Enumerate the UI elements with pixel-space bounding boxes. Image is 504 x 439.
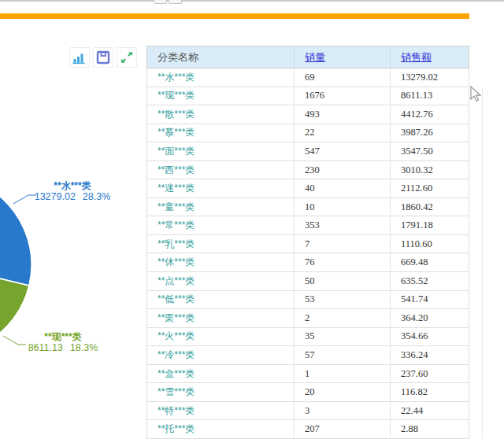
top-tab-2[interactable] — [169, 0, 182, 4]
table-cell-qty: 10 — [295, 198, 391, 216]
table-cell-category: **童***类 — [147, 198, 295, 216]
table-cell-category: **面***类 — [147, 142, 295, 160]
table-cell-category: **休***类 — [147, 253, 295, 271]
table-body: **水***类6913279.02**现***类16768611.13**散**… — [146, 68, 469, 439]
table-cell-qty: 1 — [295, 365, 391, 383]
table-row[interactable]: **休***类76669.48 — [146, 253, 469, 272]
table-cell-category: **乳***类 — [147, 235, 295, 253]
table-cell-category: **散***类 — [147, 105, 295, 124]
pie-label-2-name: **现***类 — [20, 332, 106, 342]
table-cell-amount: 336.24 — [391, 346, 469, 364]
dashboard-screen: **水***类 13279.0228.3% **现***类 8611.1318.… — [0, 0, 504, 439]
header-qty-sort-link-wrap: 销量 — [295, 46, 391, 68]
table-cell-qty: 69 — [295, 68, 391, 87]
table-cell-amount: 4412.76 — [391, 105, 469, 124]
table-cell-amount: 1860.42 — [391, 198, 469, 216]
table-row[interactable]: **火***类35354.66 — [146, 328, 469, 347]
table-row[interactable]: **水***类6913279.02 — [146, 68, 469, 87]
table-cell-category: **冷***类 — [147, 346, 295, 364]
table-cell-category: **现***类 — [147, 87, 295, 105]
table-cell-qty: 547 — [295, 142, 391, 160]
table-row[interactable]: **盒***类1237.60 — [146, 365, 469, 384]
pie-label-1-name: **水***类 — [29, 181, 116, 191]
pie-label-2-values: 8611.1318.3% — [20, 343, 106, 353]
table-cell-qty: 20 — [295, 383, 391, 401]
table-cell-category: **盒***类 — [147, 365, 295, 383]
table-row[interactable]: **童***类101860.42 — [146, 198, 469, 217]
top-tab-1[interactable] — [154, 0, 167, 4]
table-cell-amount: 2112.60 — [391, 179, 469, 197]
table-cell-qty: 230 — [295, 161, 391, 179]
table-row[interactable]: **乳***类71110.60 — [146, 235, 469, 254]
pie-label-1-values: 13279.0228.3% — [29, 192, 116, 202]
table-cell-amount: 237.60 — [391, 365, 469, 383]
table-cell-qty: 57 — [295, 346, 391, 364]
table-cell-qty: 207 — [295, 420, 391, 438]
table-header-row: 分类名称 销量 销售额 — [146, 46, 469, 68]
table-cell-amount: 635.52 — [391, 272, 469, 290]
table-row[interactable]: **迷***类402112.60 — [146, 179, 469, 198]
table-cell-category: **特***类 — [147, 402, 295, 420]
table-cell-amount: 1791.18 — [391, 216, 469, 234]
table-cell-category: **托***类 — [147, 420, 295, 438]
table-row[interactable]: **特***类322.44 — [146, 402, 469, 421]
table-cell-category: **迷***类 — [147, 179, 295, 197]
table-cell-amount: 3010.32 — [391, 161, 469, 179]
header-amount-sort-link-wrap: 销售额 — [391, 46, 469, 68]
table-cell-category: **水***类 — [147, 68, 295, 87]
table-row[interactable]: **雪***类20116.82 — [146, 383, 469, 402]
table-cell-qty: 35 — [295, 328, 391, 346]
table-cell-category: **慕***类 — [147, 124, 295, 142]
table-cell-amount: 364.20 — [391, 309, 469, 327]
table-row[interactable]: **常***类3531791.18 — [146, 216, 469, 235]
header-category: 分类名称 — [147, 46, 295, 68]
mouse-cursor — [470, 86, 483, 103]
table-cell-qty: 7 — [295, 235, 391, 253]
table-cell-qty: 1676 — [295, 87, 391, 105]
table-cell-amount: 541.74 — [391, 291, 469, 309]
table-cell-qty: 493 — [295, 105, 391, 124]
table-row[interactable]: **散***类4934412.76 — [146, 105, 469, 124]
table-cell-category: **栗***类 — [147, 309, 295, 327]
table-cell-amount: 669.48 — [391, 253, 469, 271]
table-cell-category: **点***类 — [147, 272, 295, 290]
table-row[interactable]: **西***类2303010.32 — [146, 161, 469, 180]
table-cell-category: **西***类 — [147, 161, 295, 179]
table-row[interactable]: **栗***类2364.20 — [146, 309, 469, 328]
table-cell-category: **雪***类 — [147, 383, 295, 401]
table-cell-category: **火***类 — [147, 328, 295, 346]
table-cell-qty: 3 — [295, 402, 391, 420]
table-cell-qty: 53 — [295, 291, 391, 309]
pie-label-1: **水***类 13279.0228.3% — [29, 181, 116, 202]
table-cell-qty: 2 — [295, 309, 391, 327]
table-cell-qty: 76 — [295, 253, 391, 271]
table-row[interactable]: **面***类5473547.50 — [146, 142, 469, 161]
table-row[interactable]: **点***类50635.52 — [146, 272, 469, 291]
table-cell-category: **低***类 — [147, 291, 295, 309]
table-cell-qty: 40 — [295, 179, 391, 197]
table-cell-qty: 22 — [295, 124, 391, 142]
pie-label-2: **现***类 8611.1318.3% — [20, 332, 106, 353]
table-cell-amount: 22.44 — [391, 402, 469, 420]
table-cell-qty: 50 — [295, 272, 391, 290]
table-cell-amount: 354.66 — [391, 328, 469, 346]
table-row[interactable]: **冷***类57336.24 — [146, 346, 469, 365]
table-row[interactable]: **现***类16768611.13 — [146, 87, 469, 106]
table-cell-amount: 3547.50 — [391, 142, 469, 160]
pie-chart — [0, 0, 150, 439]
table-row[interactable]: **慕***类223987.26 — [146, 124, 469, 143]
table-cell-amount: 3987.26 — [391, 124, 469, 142]
table-cell-amount: 116.82 — [391, 383, 469, 401]
sales-table: 分类名称 销量 销售额 **水***类6913279.02**现***类1676… — [146, 46, 469, 439]
table-cell-amount: 8611.13 — [391, 87, 469, 105]
table-cell-category: **常***类 — [147, 216, 295, 234]
table-cell-amount: 13279.02 — [391, 68, 469, 87]
table-cell-qty: 353 — [295, 216, 391, 234]
scrollbar-edge[interactable] — [482, 88, 483, 439]
header-qty-sort-link[interactable]: 销量 — [305, 50, 325, 65]
table-row[interactable]: **托***类2072.88 — [146, 420, 469, 439]
table-cell-amount: 2.88 — [391, 420, 469, 438]
table-row[interactable]: **低***类53541.74 — [146, 291, 469, 310]
table-cell-amount: 1110.60 — [391, 235, 469, 253]
header-amount-sort-link[interactable]: 销售额 — [401, 50, 432, 65]
